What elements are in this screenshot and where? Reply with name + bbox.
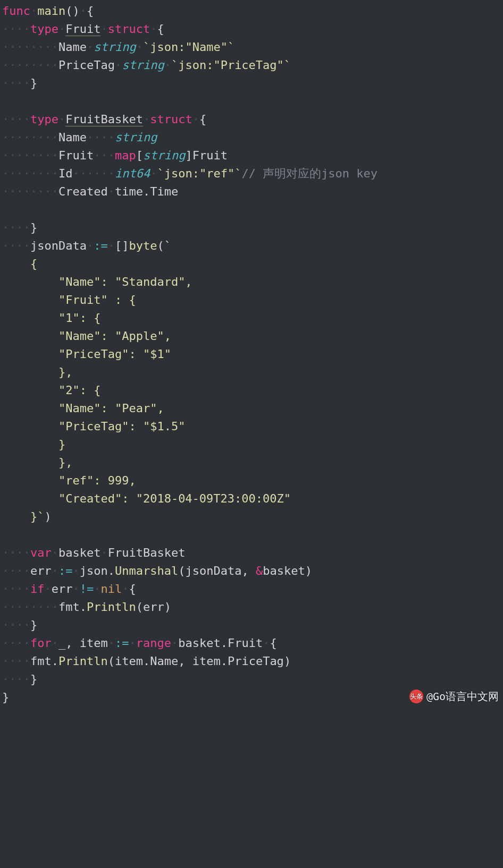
watermark-text: @Go语言中文网 (426, 687, 499, 705)
code-line: ····jsonData·:=·[]byte(` (2, 239, 171, 252)
code-line: func·main()·{ (2, 4, 94, 18)
code-line: ····} (2, 221, 37, 234)
code-line: ········Created·time.Time (2, 185, 178, 198)
code-line: ····for·_, item·:=·range·basket.Fruit·{ (2, 636, 277, 650)
code-line: "Created": "2018-04-09T23:00:00Z" (2, 492, 291, 505)
code-line: }, (2, 365, 72, 379)
code-line: ····err·:=·json.Unmarshal(jsonData, &bas… (2, 564, 312, 577)
code-line: "Name": "Standard", (2, 275, 192, 288)
code-line: } (2, 438, 65, 451)
code-line: "Name": "Apple", (2, 329, 171, 343)
code-line: ········PriceTag·string·`json:"PriceTag"… (2, 58, 291, 72)
code-line: ········Fruit···map[string]Fruit (2, 149, 228, 162)
code-line: ····if·err·!=·nil·{ (2, 582, 136, 595)
code-line: ····fmt.Println(item.Name, item.PriceTag… (2, 654, 291, 668)
code-editor[interactable]: func·main()·{ ····type·Fruit·struct·{ ··… (2, 2, 503, 707)
code-line: } (2, 691, 9, 704)
code-line: }`) (2, 510, 52, 523)
code-line: ····type·Fruit·struct·{ (2, 22, 164, 36)
code-line: "1": { (2, 311, 100, 325)
code-line: ········Name····string (2, 131, 157, 144)
code-line: ········fmt.Println(err) (2, 600, 171, 614)
code-line: "PriceTag": "$1" (2, 347, 171, 361)
code-line: "ref": 999, (2, 474, 136, 487)
code-line: "Name": "Pear", (2, 402, 164, 415)
code-line: ········Name·string·`json:"Name"` (2, 40, 234, 54)
code-line: "PriceTag": "$1.5" (2, 420, 185, 433)
code-line: ····} (2, 76, 37, 90)
code-line: ····type·FruitBasket·struct·{ (2, 113, 206, 126)
watermark: 头条 @Go语言中文网 (409, 687, 499, 705)
code-line: ····var·basket·FruitBasket (2, 546, 185, 559)
code-line: { (2, 257, 37, 270)
code-line: ····} (2, 618, 37, 632)
code-line: ····} (2, 673, 37, 686)
code-line: "2": { (2, 384, 100, 397)
code-line: "Fruit" : { (2, 293, 136, 307)
code-line: ········Id······int64·`json:"ref"`// 声明对… (2, 167, 378, 180)
code-line: }, (2, 456, 72, 469)
watermark-logo-icon: 头条 (409, 690, 423, 703)
